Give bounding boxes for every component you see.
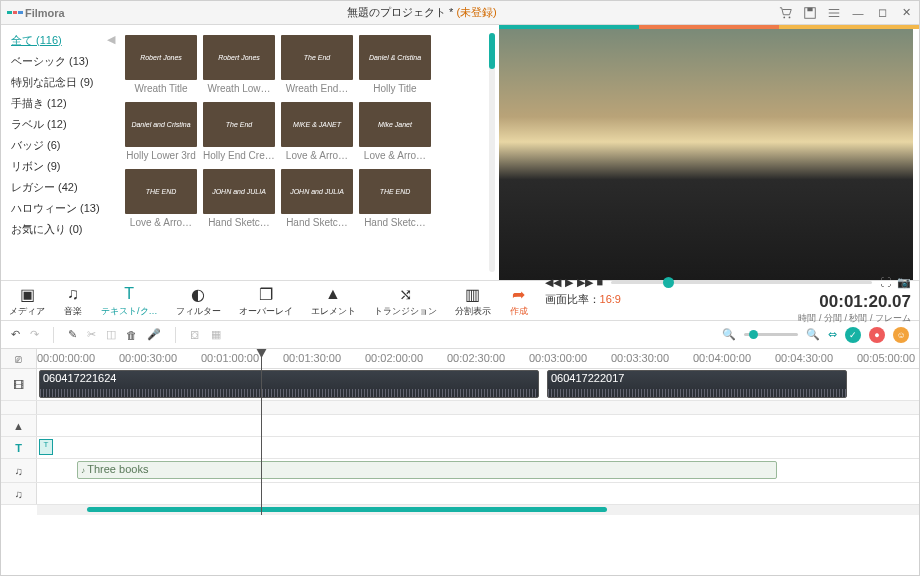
rewind-button[interactable]: ◀◀: [545, 276, 561, 289]
gallery-item[interactable]: The EndHolly End Credit: [203, 102, 275, 161]
ruler-tick: 00:00:30:00: [119, 352, 177, 364]
sidebar-item-all[interactable]: 全て (116): [11, 33, 111, 48]
tab-split[interactable]: ▥分割表示: [455, 285, 491, 318]
video-clip-2[interactable]: 060417222017: [547, 370, 847, 398]
colorshift-icon[interactable]: ⛋: [190, 329, 201, 341]
video-track-icon[interactable]: 🎞: [1, 369, 37, 400]
tab-text[interactable]: Tテキスト/ク…: [101, 285, 158, 318]
menu-icon[interactable]: [827, 6, 841, 20]
video-clip-1[interactable]: 060417221624: [39, 370, 539, 398]
minimize-icon[interactable]: —: [851, 6, 865, 20]
collapse-arrow-icon[interactable]: ◀: [107, 33, 115, 46]
undo-icon[interactable]: ↶: [11, 328, 20, 341]
video-track[interactable]: 060417221624 060417222017: [37, 369, 919, 400]
gallery-scrollbar[interactable]: [489, 33, 495, 272]
ruler-tick: 00:05:00:00: [857, 352, 915, 364]
aspect-ratio: 画面比率：16:9: [545, 292, 621, 325]
save-icon[interactable]: [803, 6, 817, 20]
sidebar-item-handdrawn[interactable]: 手描き (12): [11, 96, 111, 111]
svg-rect-3: [807, 7, 812, 11]
cut-icon[interactable]: ✂: [87, 328, 96, 341]
sidebar-item-ribbon[interactable]: リボン (9): [11, 159, 111, 174]
mode-tabs: ▣メディア ♫音楽 Tテキスト/ク… ◐フィルター ❐オーバーレイ ▲エレメント…: [9, 283, 529, 318]
gallery-item[interactable]: THE ENDHand Sketc…: [359, 169, 431, 228]
tab-music[interactable]: ♫音楽: [63, 285, 83, 318]
greenscreen-icon[interactable]: ▦: [211, 328, 221, 341]
sidebar-item-favorite[interactable]: お気に入り (0): [11, 222, 111, 237]
window-title: 無題のプロジェクト * (未登録): [65, 5, 779, 20]
gallery-item[interactable]: MIKE & JANETLove & Arro…: [281, 102, 353, 161]
sidebar-item-badge[interactable]: バッジ (6): [11, 138, 111, 153]
gallery-item[interactable]: JOHN and JULIAHand Sketc…: [281, 169, 353, 228]
snapshot-icon[interactable]: 📷: [897, 276, 911, 289]
gallery-item[interactable]: The EndWreath End…: [281, 35, 353, 94]
sidebar-item-halloween[interactable]: ハロウィーン (13): [11, 201, 111, 216]
video-audio-waveform: [37, 401, 919, 414]
forward-button[interactable]: ▶▶: [577, 276, 593, 289]
sound-track-icon[interactable]: ♫: [1, 483, 37, 504]
edit-icon[interactable]: ✎: [68, 328, 77, 341]
overlay-track[interactable]: [37, 415, 919, 436]
preview-video[interactable]: [499, 29, 913, 280]
marker1-icon[interactable]: ✓: [845, 327, 861, 343]
stop-button[interactable]: ■: [597, 276, 604, 289]
ruler-tick: 00:01:30:00: [283, 352, 341, 364]
zoom-out-icon[interactable]: 🔍: [722, 328, 736, 341]
gallery-item[interactable]: Daniel & CristinaHolly Title: [359, 35, 431, 94]
marker3-icon[interactable]: ☺: [893, 327, 909, 343]
crop-icon[interactable]: ◫: [106, 328, 116, 341]
gallery-item[interactable]: THE ENDLove & Arro…: [125, 169, 197, 228]
tab-create[interactable]: ➦作成: [509, 285, 529, 318]
fit-icon[interactable]: ⇔: [828, 328, 837, 341]
app-logo: Filmora: [7, 7, 65, 19]
gallery-item[interactable]: JOHN and JULIAHand Sketc…: [203, 169, 275, 228]
gallery-item[interactable]: Robert JonesWreath Low…: [203, 35, 275, 94]
marker2-icon[interactable]: ●: [869, 327, 885, 343]
gallery-item[interactable]: Daniel and CristinaHolly Lower 3rd: [125, 102, 197, 161]
music-track[interactable]: ♪ Three books: [37, 459, 919, 482]
close-icon[interactable]: ✕: [899, 6, 913, 20]
playhead[interactable]: [261, 349, 262, 515]
sound-track[interactable]: [37, 483, 919, 504]
sidebar-item-basic[interactable]: ベーシック (13): [11, 54, 111, 69]
ruler-tick: 00:01:00:00: [201, 352, 259, 364]
titlebar: Filmora 無題のプロジェクト * (未登録) — ◻ ✕: [1, 1, 919, 25]
sidebar-item-label[interactable]: ラベル (12): [11, 117, 111, 132]
preview-scrubber[interactable]: [611, 281, 872, 284]
time-ruler[interactable]: 00:00:00:0000:00:30:0000:01:00:0000:01:3…: [37, 349, 919, 368]
title-gallery: Robert JonesWreath TitleRobert JonesWrea…: [121, 25, 485, 280]
fullscreen-icon[interactable]: ⛶: [880, 276, 891, 289]
redo-icon[interactable]: ↷: [30, 328, 39, 341]
sidebar-item-special[interactable]: 特別な記念日 (9): [11, 75, 111, 90]
gallery-item[interactable]: Robert JonesWreath Title: [125, 35, 197, 94]
preview-panel: [499, 25, 919, 280]
ruler-tick: 00:02:30:00: [447, 352, 505, 364]
audio-clip[interactable]: ♪ Three books: [77, 461, 777, 479]
ruler-tick: 00:03:00:00: [529, 352, 587, 364]
sidebar-item-legacy[interactable]: レガシー (42): [11, 180, 111, 195]
tab-filter[interactable]: ◐フィルター: [176, 285, 221, 318]
maximize-icon[interactable]: ◻: [875, 6, 889, 20]
tab-media[interactable]: ▣メディア: [9, 285, 45, 318]
tab-overlay[interactable]: ❐オーバーレイ: [239, 285, 293, 318]
ruler-tick: 00:04:00:00: [693, 352, 751, 364]
delete-icon[interactable]: 🗑: [126, 329, 137, 341]
ruler-tick: 00:02:00:00: [365, 352, 423, 364]
text-track-icon[interactable]: T: [1, 437, 37, 458]
tab-transition[interactable]: ⤭トランジション: [374, 285, 437, 318]
timeline: ⎚ 00:00:00:0000:00:30:0000:01:00:0000:01…: [1, 349, 919, 515]
music-track-icon[interactable]: ♫: [1, 459, 37, 482]
timeline-scrollbar[interactable]: [1, 505, 919, 515]
svg-point-1: [789, 16, 791, 18]
voiceover-icon[interactable]: 🎤: [147, 328, 161, 341]
tab-element[interactable]: ▲エレメント: [311, 285, 356, 318]
text-clip[interactable]: T: [39, 439, 53, 455]
gallery-item[interactable]: Mike JanetLove & Arro…: [359, 102, 431, 161]
ruler-head-icon[interactable]: ⎚: [1, 349, 37, 368]
zoom-slider[interactable]: [744, 333, 798, 336]
text-track[interactable]: T: [37, 437, 919, 458]
zoom-in-icon[interactable]: 🔍: [806, 328, 820, 341]
play-button[interactable]: ▶: [565, 276, 573, 289]
cart-icon[interactable]: [779, 6, 793, 20]
overlay-track-icon[interactable]: ▲: [1, 415, 37, 436]
